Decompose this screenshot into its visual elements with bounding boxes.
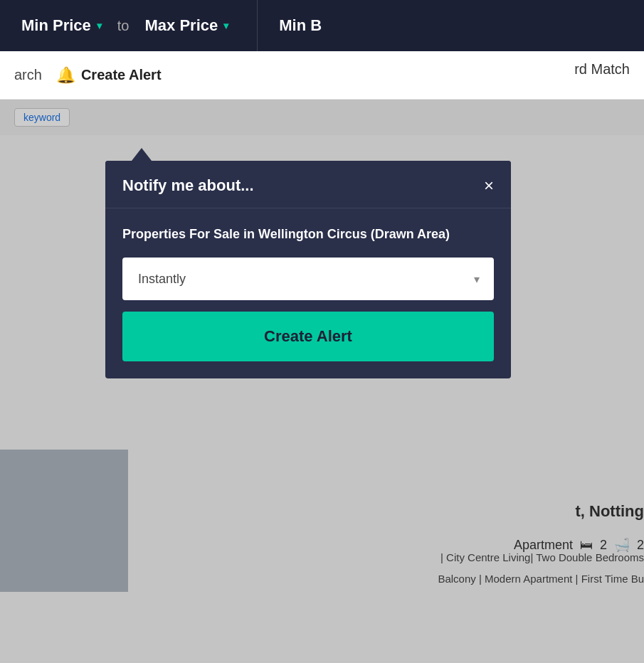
word-match-label: rd Match [574, 61, 630, 78]
max-price-arrow-icon: ▾ [223, 20, 228, 31]
min-b-label: Min B [258, 16, 322, 35]
price-separator: to [109, 18, 138, 34]
main-content: keyword t, Notting Apartment 🛏 2 🛁 2 | C… [0, 100, 644, 663]
frequency-select-wrapper: Instantly Daily Weekly ▾ [122, 258, 494, 300]
max-price-label: Max Price [145, 16, 218, 35]
frequency-select[interactable]: Instantly Daily Weekly [124, 259, 492, 299]
frequency-select-inner: Instantly Daily Weekly ▾ [124, 259, 492, 299]
modal-close-button[interactable]: × [484, 177, 494, 194]
search-bar: arch 🔔 Create Alert rd Match [0, 51, 644, 100]
search-label: arch [14, 67, 42, 83]
modal-description: Properties For Sale in Wellington Circus… [122, 226, 494, 243]
modal-body: Properties For Sale in Wellington Circus… [105, 208, 511, 378]
modal-arrow [132, 148, 152, 161]
modal-create-alert-button[interactable]: Create Alert [122, 312, 494, 361]
min-price-arrow-icon: ▾ [97, 20, 102, 31]
create-alert-label: Create Alert [81, 67, 162, 83]
max-price-button[interactable]: Max Price ▾ [138, 16, 236, 35]
min-price-button[interactable]: Min Price ▾ [14, 16, 109, 35]
create-alert-modal: Notify me about... × Properties For Sale… [105, 161, 511, 378]
top-navigation: Min Price ▾ to Max Price ▾ Min B [0, 0, 644, 51]
create-alert-button[interactable]: 🔔 Create Alert [56, 66, 162, 85]
modal-header: Notify me about... × [105, 161, 511, 208]
bell-icon: 🔔 [56, 66, 75, 85]
price-filter-section: Min Price ▾ to Max Price ▾ [14, 16, 236, 35]
min-price-label: Min Price [21, 16, 91, 35]
modal-title: Notify me about... [122, 176, 254, 195]
